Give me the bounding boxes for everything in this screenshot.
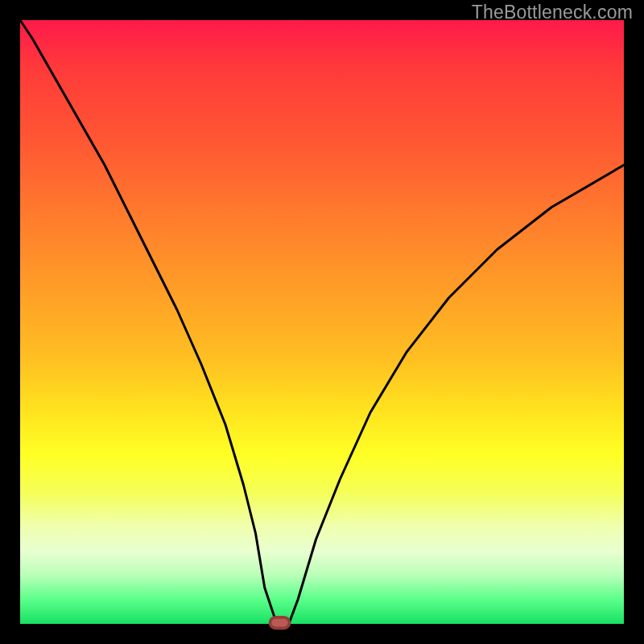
chart-svg — [20, 20, 624, 624]
bottleneck-curve — [20, 20, 624, 624]
plot-area — [20, 20, 624, 624]
chart-frame: TheBottleneck.com — [0, 0, 644, 644]
optimal-point-marker — [270, 617, 290, 629]
watermark-text: TheBottleneck.com — [472, 2, 633, 23]
